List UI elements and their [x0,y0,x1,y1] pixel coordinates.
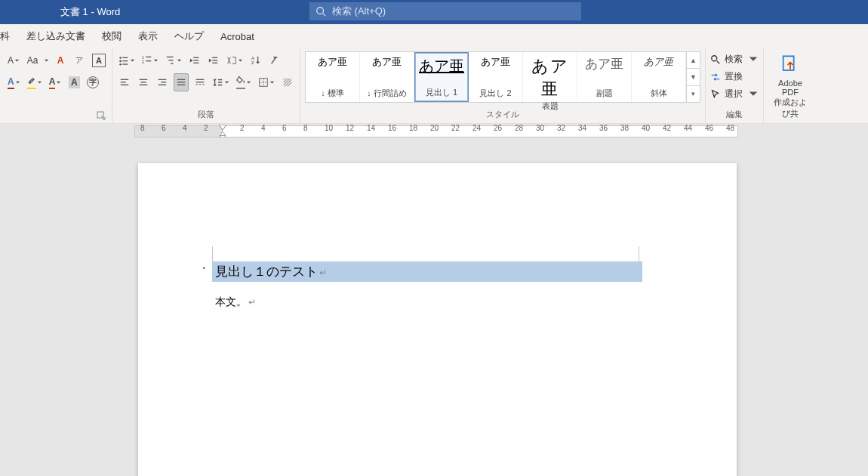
tab-partial[interactable]: 科 [0,29,10,43]
font-size-button[interactable]: A [6,51,21,70]
editing-group: 検索 置換 選択 編集 [706,48,764,123]
grid-align-button[interactable] [280,73,295,91]
svg-rect-28 [141,82,146,82]
asian-layout-button[interactable] [225,51,245,70]
ribbon-tabs: 科 差し込み文書 校閲 表示 ヘルプ Acrobat [0,24,868,48]
search-icon [710,54,721,65]
editing-group-label: 編集 [710,109,759,122]
replace-icon [710,72,721,82]
style-title[interactable]: あア亜 表題 [523,52,577,102]
svg-rect-31 [161,82,166,82]
svg-point-5 [119,60,122,63]
title-bar: 文書 1 - Word 検索 (Alt+Q) [0,0,868,24]
svg-rect-30 [159,79,167,80]
svg-rect-35 [177,85,186,85]
borders-button[interactable] [257,73,276,91]
svg-rect-27 [140,79,148,80]
show-marks-button[interactable] [267,51,282,70]
svg-rect-24 [121,79,129,80]
svg-text:Z: Z [251,60,254,65]
style-subtitle[interactable]: あア亜 副題 [577,52,632,102]
shading-button[interactable] [235,73,253,91]
svg-rect-4 [122,57,128,58]
line-spacing-button[interactable] [211,73,231,91]
acrobat-tab[interactable]: Acrobat [220,31,254,42]
pdf-icon [780,54,801,76]
svg-rect-25 [121,82,126,82]
svg-point-0 [317,8,324,14]
select-button[interactable]: 選択 [710,86,759,102]
svg-line-42 [717,60,720,63]
style-heading1[interactable]: あア亜 見出し 1 [414,52,469,102]
style-nospacing[interactable]: あア亜 ↓ 行間詰め [360,52,414,102]
svg-rect-32 [159,85,167,85]
increase-indent-button[interactable] [206,51,221,70]
cursor-icon [710,89,721,100]
numbering-button[interactable]: 12 [140,51,160,70]
align-center-button[interactable] [136,73,151,91]
text-effects-button[interactable]: A [6,73,22,91]
svg-rect-13 [167,57,174,57]
distribute-button[interactable] [192,73,208,91]
svg-point-3 [119,57,122,59]
gallery-more-button[interactable]: ▾ [687,86,700,102]
style-heading2[interactable]: あア亜 見出し 2 [469,52,523,102]
review-tab[interactable]: 校閲 [102,29,122,43]
page[interactable]: 見出し１のテスト↵ 本文。↵ [138,163,737,476]
view-tab[interactable]: 表示 [138,29,158,43]
svg-rect-20 [212,60,217,60]
find-button[interactable]: 検索 [710,51,759,67]
style-normal[interactable]: あア亜 ↓ 標準 [306,52,360,102]
heading1-text[interactable]: 見出し１のテスト↵ [212,261,642,282]
enclosed-char-button[interactable]: 字 [85,73,100,91]
sort-button[interactable]: AZ [248,51,263,70]
styles-group-label: スタイル [305,109,700,122]
char-shading-button[interactable]: A [66,73,82,91]
svg-line-1 [323,14,326,17]
svg-rect-14 [168,60,173,60]
svg-rect-37 [196,82,205,82]
svg-rect-21 [212,63,217,63]
help-tab[interactable]: ヘルプ [174,29,204,43]
ruler[interactable]: 8642246810121416182022242628303234363840… [0,124,868,141]
style-emphasis[interactable]: あア亜 斜体 [632,52,686,102]
hanging-indent-marker[interactable] [219,131,226,138]
font-color-button[interactable]: A [48,73,63,91]
font-launcher[interactable] [97,111,106,120]
paragraph-group-label: 段落 [117,109,295,122]
search-placeholder: 検索 (Alt+Q) [332,5,386,18]
change-case-button[interactable]: Aa [25,51,40,70]
gallery-up-button[interactable]: ▲ [687,52,700,69]
char-border-button[interactable]: A [91,51,107,70]
body-text[interactable]: 本文。↵ [212,295,663,309]
styles-group: あア亜 ↓ 標準 あア亜 ↓ 行間詰め あア亜 見出し 1 あア亜 見出し 2 … [300,48,706,123]
svg-text:2: 2 [142,60,144,64]
justify-button[interactable] [174,73,189,91]
replace-button[interactable]: 置換 [710,69,759,85]
paragraph-group: 12 AZ 段落 [112,48,300,123]
svg-rect-17 [193,60,199,60]
svg-rect-34 [177,82,186,82]
multilevel-button[interactable] [164,51,183,70]
search-icon [315,6,326,17]
svg-rect-8 [122,63,128,64]
decrease-indent-button[interactable] [187,51,202,70]
search-box[interactable]: 検索 (Alt+Q) [309,2,581,20]
style-gallery: あア亜 ↓ 標準 あア亜 ↓ 行間詰め あア亜 見出し 1 あア亜 見出し 2 … [305,51,700,103]
document-area[interactable]: 見出し１のテスト↵ 本文。↵ [0,141,868,476]
svg-rect-6 [122,60,128,61]
clear-format-button[interactable]: A [53,51,68,70]
phonetic-button[interactable]: ア [72,51,87,70]
bullets-button[interactable] [117,51,137,70]
align-right-button[interactable] [155,73,170,91]
first-line-indent-marker[interactable] [219,125,226,131]
mailings-tab[interactable]: 差し込み文書 [26,29,85,43]
adobe-pdf-button[interactable]: Adobe PDF 作成および共 [768,51,812,122]
highlight-button[interactable] [26,73,44,91]
gallery-down-button[interactable]: ▼ [687,69,700,85]
svg-point-7 [119,63,122,66]
align-left-button[interactable] [117,73,132,91]
app-name: Word [97,6,120,17]
svg-rect-15 [171,63,174,64]
svg-rect-10 [146,57,151,57]
